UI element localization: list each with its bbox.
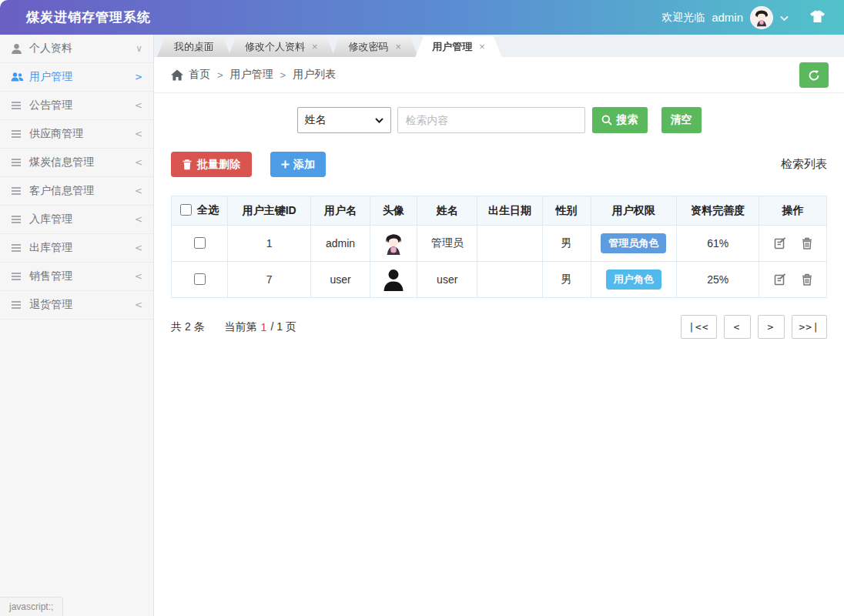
trash-icon (183, 159, 192, 170)
sidebar-item-announcement[interactable]: 公告管理 < (0, 92, 153, 120)
sidebar-item-inbound[interactable]: 入库管理 < (0, 206, 153, 234)
add-button[interactable]: 添加 (270, 152, 326, 177)
total-count-text: 共 2 条 (171, 320, 205, 334)
current-page-number: 1 (261, 321, 267, 333)
cell-user-id: 7 (228, 262, 311, 298)
header-actions: 操作 (759, 196, 827, 226)
close-icon[interactable]: × (312, 41, 318, 52)
person-silhouette-avatar (381, 267, 406, 292)
sidebar-item-label: 用户管理 (29, 70, 72, 84)
sidebar-item-sales[interactable]: 销售管理 < (0, 263, 153, 291)
sidebar-item-label: 公告管理 (29, 99, 72, 112)
next-page-button[interactable]: > (758, 315, 785, 339)
cell-avatar (370, 226, 417, 262)
cell-completeness: 61% (677, 226, 759, 262)
list-icon (11, 186, 29, 196)
prev-page-button[interactable]: < (724, 315, 751, 339)
sidebar-item-coal-info[interactable]: 煤炭信息管理 < (0, 149, 153, 177)
list-icon (11, 101, 29, 110)
toolbar: 批量删除 添加 检索列表 (171, 152, 827, 177)
header-name: 姓名 (417, 196, 477, 226)
select-all-label: 全选 (197, 203, 219, 217)
last-page-button[interactable]: >>| (792, 315, 827, 339)
tab-label: 我的桌面 (174, 40, 214, 54)
search-field-select[interactable]: 姓名 (297, 107, 391, 133)
chevron-left-indicator: < (135, 100, 142, 111)
theme-tshirt-icon[interactable] (809, 10, 826, 25)
sidebar-item-label: 煤炭信息管理 (29, 156, 94, 169)
current-page-prefix: 当前第 (225, 320, 257, 334)
tab-user-management[interactable]: 用户管理 × (415, 36, 502, 57)
cell-checkbox (172, 226, 228, 262)
cell-gender: 男 (542, 262, 591, 298)
cell-name: user (417, 262, 477, 298)
trash-icon[interactable] (802, 273, 812, 286)
table-row: 7 user user 男 用户角色 (172, 262, 827, 298)
header-user-area: 欢迎光临 admin (661, 6, 844, 29)
list-title: 检索列表 (781, 157, 827, 172)
cell-checkbox (172, 262, 228, 298)
sidebar-item-customer-info[interactable]: 客户信息管理 < (0, 177, 153, 206)
tab-edit-profile[interactable]: 修改个人资料 × (228, 36, 335, 57)
sidebar-item-outbound[interactable]: 出库管理 < (0, 234, 153, 263)
pagination-buttons: |<< < > >>| (681, 315, 827, 339)
app-header: 煤炭进销存管理系统 欢迎光临 admin (0, 0, 844, 35)
sidebar-item-returns[interactable]: 退货管理 < (0, 291, 153, 320)
edit-icon[interactable] (774, 273, 786, 286)
sidebar-item-user-management[interactable]: 用户管理 > (0, 63, 153, 92)
tab-change-password[interactable]: 修改密码 × (332, 36, 419, 57)
search-input[interactable] (397, 107, 585, 133)
edit-icon[interactable] (774, 237, 786, 249)
breadcrumb-separator: > (217, 69, 223, 81)
breadcrumb: 首页 > 用户管理 > 用户列表 (154, 57, 844, 93)
batch-delete-button[interactable]: 批量删除 (171, 152, 252, 177)
close-icon[interactable]: × (396, 41, 402, 52)
cell-name: 管理员 (417, 226, 477, 262)
breadcrumb-home[interactable]: 首页 (189, 68, 210, 82)
cell-actions (759, 226, 827, 262)
tab-bar: 我的桌面 修改个人资料 × 修改密码 × 用户管理 × (154, 35, 844, 57)
add-button-label: 添加 (293, 158, 315, 172)
list-icon (11, 129, 29, 139)
tab-my-desktop[interactable]: 我的桌面 (157, 36, 231, 57)
sidebar-item-label: 销售管理 (29, 270, 72, 283)
role-badge-user[interactable]: 用户角色 (606, 270, 661, 290)
cell-username: admin (311, 226, 370, 262)
chevron-left-indicator: < (135, 214, 142, 225)
chevron-down-icon[interactable] (780, 12, 789, 24)
list-icon (11, 215, 29, 224)
select-all-checkbox[interactable] (180, 204, 192, 216)
page-count-suffix: / 1 页 (270, 320, 296, 334)
cell-role: 管理员角色 (591, 226, 676, 262)
cell-username: user (311, 262, 370, 298)
trash-icon[interactable] (802, 237, 812, 249)
header-avatar: 头像 (370, 196, 417, 226)
breadcrumb-user-management[interactable]: 用户管理 (230, 68, 273, 82)
search-button[interactable]: 搜索 (592, 107, 648, 133)
cell-actions (759, 262, 827, 298)
row-checkbox[interactable] (194, 273, 206, 285)
list-icon (11, 158, 29, 167)
clear-button[interactable]: 清空 (661, 107, 702, 133)
table-header-row: 全选 用户主键ID 用户名 头像 姓名 出生日期 性别 用户权限 资料完善度 操… (172, 196, 827, 226)
list-icon (11, 272, 29, 281)
row-checkbox[interactable] (194, 237, 206, 249)
refresh-button[interactable] (799, 62, 829, 88)
cell-gender: 男 (542, 226, 591, 262)
tab-label: 用户管理 (432, 40, 472, 54)
user-table: 全选 用户主键ID 用户名 头像 姓名 出生日期 性别 用户权限 资料完善度 操… (171, 196, 827, 298)
list-icon (11, 243, 29, 253)
sidebar-item-supplier[interactable]: 供应商管理 < (0, 120, 153, 149)
first-page-button[interactable]: |<< (681, 315, 716, 339)
sidebar-item-label: 退货管理 (29, 298, 72, 312)
sidebar-item-profile[interactable]: 个人资料 ∨ (0, 35, 153, 63)
role-badge-admin[interactable]: 管理员角色 (601, 233, 666, 253)
search-button-label: 搜索 (617, 113, 638, 127)
refresh-icon (808, 69, 820, 82)
close-icon[interactable]: × (479, 41, 485, 52)
username: admin (712, 11, 743, 24)
user-avatar[interactable] (750, 6, 773, 29)
chevron-left-indicator: < (135, 129, 142, 139)
cartoon-girl-avatar-icon (752, 8, 772, 28)
sidebar-item-label: 出库管理 (29, 241, 72, 255)
